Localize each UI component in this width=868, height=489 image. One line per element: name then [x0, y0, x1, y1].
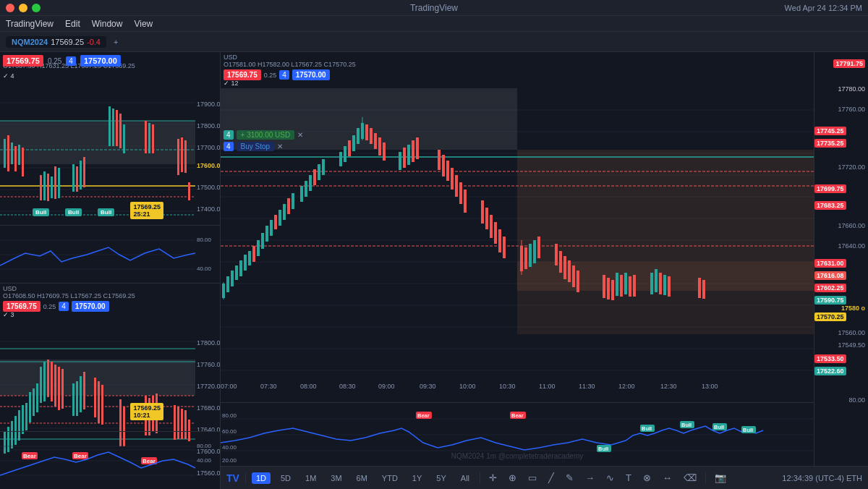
order-stop-label[interactable]: 4 Buy Stop ✕	[224, 142, 283, 151]
svg-rect-145	[221, 88, 517, 150]
svg-rect-166	[278, 210, 281, 226]
timeframe-5y[interactable]: 5Y	[432, 472, 450, 484]
measure-icon[interactable]: ↔	[660, 471, 675, 485]
svg-rect-156	[235, 265, 238, 280]
svg-text:Bull: Bull	[681, 422, 692, 428]
timeframe-6m[interactable]: 6M	[352, 472, 372, 484]
svg-rect-183	[365, 124, 368, 140]
order-profit-label[interactable]: 4 + 3100.00 USD ✕	[224, 130, 303, 140]
svg-text:80.00: 80.00	[197, 237, 212, 243]
crosshair-icon[interactable]: ⊕	[506, 471, 519, 485]
main-price-scale: 17791.75 17780.00 17760.00 17745.25 1773…	[814, 52, 868, 466]
order-stop-qty: 4	[224, 142, 234, 151]
menu-view[interactable]: View	[134, 19, 153, 29]
svg-rect-186	[378, 137, 381, 156]
svg-rect-201	[485, 208, 488, 229]
svg-text:Bear: Bear	[74, 453, 87, 459]
bottom-left-chart: USD O17608.50 H17609.75 L17567.25 C17569…	[0, 284, 220, 489]
price-label-17631: 17631.00	[814, 259, 846, 268]
bull-label-3: Bull	[98, 208, 114, 216]
svg-rect-170	[300, 186, 303, 202]
svg-rect-192	[416, 137, 419, 159]
maximize-button[interactable]	[32, 4, 41, 12]
menu-edit[interactable]: Edit	[65, 19, 80, 29]
svg-rect-188	[399, 152, 401, 170]
main-ask-qty: 4	[279, 70, 289, 80]
bull-label-2: Bull	[65, 208, 82, 216]
rect-icon[interactable]: ▭	[525, 471, 540, 485]
main-osc-svg: 80.00 60.00 40.00 20.00 Bear Bear	[221, 403, 814, 466]
line-icon[interactable]: ╱	[545, 471, 557, 485]
svg-rect-226	[650, 273, 653, 294]
order-profit-close[interactable]: ✕	[297, 131, 303, 139]
timeframe-5d[interactable]: 5D	[276, 472, 295, 484]
bottom-left-bid: 17569.75	[3, 301, 41, 312]
svg-rect-97	[101, 385, 103, 425]
datetime: Wed Apr 24 12:34 PM	[785, 4, 862, 12]
svg-text:07:30: 07:30	[260, 383, 277, 390]
minimize-button[interactable]	[19, 4, 27, 12]
svg-rect-157	[239, 260, 242, 276]
clock-display: 12:34:39 (UTC-4) ETH	[782, 474, 862, 482]
svg-rect-204	[498, 229, 501, 252]
svg-rect-224	[629, 276, 631, 297]
timeframe-3m[interactable]: 3M	[326, 472, 346, 484]
symbol-change: -0.4	[87, 38, 101, 46]
svg-rect-86	[47, 360, 49, 397]
svg-rect-167	[283, 204, 286, 220]
symbol-tab[interactable]: NQM2024 17569.25 -0.4	[6, 36, 106, 48]
timeframe-1y[interactable]: 1Y	[408, 472, 426, 484]
svg-rect-85	[43, 362, 46, 401]
ask-qty-badge: 4	[66, 56, 76, 66]
svg-rect-209	[529, 244, 532, 267]
svg-rect-32	[116, 110, 118, 146]
brush-icon[interactable]: ⊗	[640, 471, 654, 485]
svg-rect-229	[663, 275, 666, 295]
fibonacci-icon[interactable]: ∿	[603, 471, 617, 485]
svg-text:17680.00: 17680.00	[197, 404, 220, 412]
add-tab-button[interactable]: +	[109, 36, 122, 48]
svg-rect-89	[58, 367, 60, 410]
text-icon[interactable]: T	[623, 471, 634, 485]
price-17570: 17570.25	[814, 312, 848, 321]
svg-rect-41	[188, 182, 190, 200]
svg-rect-16	[11, 143, 13, 164]
svg-rect-161	[257, 240, 260, 256]
bottom-left-osc-svg: 80.00 40.00 Bear Bear Bear	[0, 432, 220, 489]
price-17640: 17640.00	[838, 242, 865, 250]
menu-tradingview[interactable]: TradingView	[6, 19, 54, 29]
svg-rect-190	[407, 145, 410, 165]
top-left-chart: 17569.75 0.25 4 17570.00 USD O17607.50 H…	[0, 52, 220, 284]
svg-rect-88	[54, 365, 56, 407]
menu-window[interactable]: Window	[92, 19, 123, 29]
close-button[interactable]	[6, 4, 14, 12]
price-17602: 17602.25	[814, 284, 848, 292]
timeframe-1m[interactable]: 1M	[301, 472, 320, 484]
svg-rect-180	[357, 128, 359, 144]
timeframe-ytd[interactable]: YTD	[378, 472, 402, 484]
screenshot-icon[interactable]: 📷	[712, 471, 729, 485]
pen-icon[interactable]: ✎	[563, 471, 576, 485]
svg-rect-81	[29, 392, 31, 422]
eraser-icon[interactable]: ⌫	[681, 471, 699, 485]
svg-rect-164	[270, 220, 273, 236]
right-main-panel: USD O17581.00 H17582.00 L17567.25 C17570…	[221, 52, 868, 489]
svg-rect-189	[403, 148, 406, 168]
timeframe-1d[interactable]: 1D	[252, 472, 271, 484]
svg-rect-28	[80, 161, 82, 190]
svg-rect-217	[576, 271, 579, 292]
price-17745: 17745.25	[814, 127, 848, 135]
price-17631: 17631.00	[814, 259, 848, 268]
svg-rect-211	[537, 237, 540, 258]
svg-rect-155	[231, 271, 234, 286]
svg-rect-231	[698, 278, 701, 298]
svg-rect-179	[352, 135, 355, 151]
arrow-icon[interactable]: →	[582, 471, 597, 485]
svg-rect-168	[287, 198, 290, 214]
cursor-icon[interactable]: ✛	[486, 471, 500, 485]
timeframe-all[interactable]: All	[456, 472, 474, 484]
svg-rect-159	[248, 251, 251, 265]
order-stop-close[interactable]: ✕	[277, 143, 283, 150]
svg-rect-26	[72, 164, 75, 192]
tradingview-logo: TV	[226, 472, 239, 484]
